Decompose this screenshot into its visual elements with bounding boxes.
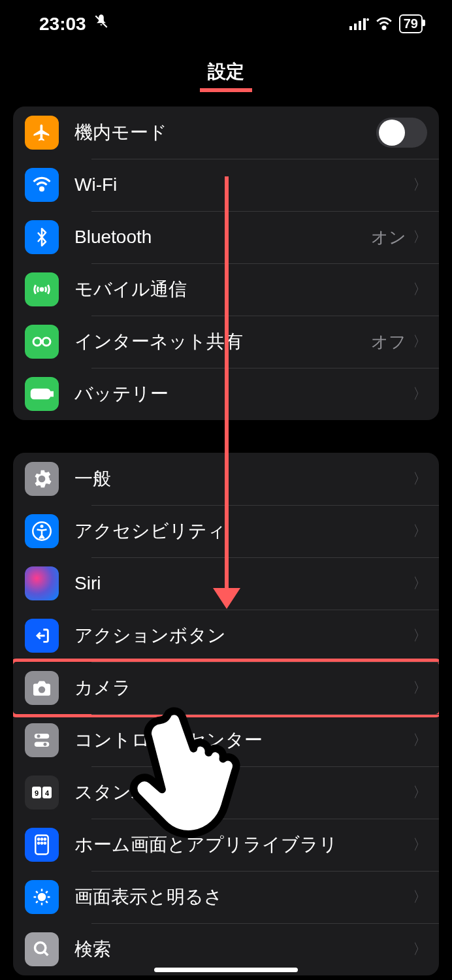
wifi-settings-icon bbox=[25, 168, 59, 202]
svg-point-25 bbox=[41, 838, 42, 840]
cellular-icon bbox=[349, 14, 369, 35]
svg-point-7 bbox=[40, 288, 43, 291]
chevron-icon: 〉 bbox=[413, 730, 427, 750]
chevron-icon: 〉 bbox=[413, 227, 427, 247]
search-icon bbox=[25, 932, 59, 966]
title-underline-annotation bbox=[200, 88, 252, 92]
svg-point-6 bbox=[40, 188, 44, 191]
chevron-icon: 〉 bbox=[413, 887, 427, 907]
row-action-button[interactable]: アクションボタン 〉 bbox=[13, 610, 439, 662]
svg-text:9: 9 bbox=[35, 789, 39, 797]
status-bar: 23:03 79 bbox=[0, 0, 452, 41]
chevron-icon: 〉 bbox=[413, 332, 427, 351]
svg-point-17 bbox=[37, 734, 40, 738]
bluetooth-icon bbox=[25, 220, 59, 254]
chevron-icon: 〉 bbox=[413, 783, 427, 802]
svg-rect-15 bbox=[35, 734, 50, 739]
chevron-icon: 〉 bbox=[413, 626, 427, 645]
row-label: 機内モード bbox=[74, 120, 376, 145]
svg-point-13 bbox=[40, 525, 44, 528]
row-value: オン bbox=[371, 226, 406, 249]
battery-settings-icon bbox=[25, 377, 59, 411]
row-display[interactable]: 画面表示と明るさ 〉 bbox=[13, 871, 439, 923]
svg-rect-0 bbox=[349, 26, 352, 30]
standby-icon: 94 bbox=[25, 776, 59, 809]
siri-icon bbox=[25, 566, 59, 600]
wifi-icon bbox=[376, 14, 393, 35]
svg-point-18 bbox=[44, 743, 47, 746]
chevron-icon: 〉 bbox=[413, 469, 427, 489]
airplane-icon bbox=[25, 116, 59, 150]
row-airplane[interactable]: 機内モード bbox=[13, 106, 439, 159]
battery-indicator: 79 bbox=[399, 14, 423, 33]
cellular-settings-icon bbox=[25, 272, 59, 306]
svg-text:4: 4 bbox=[45, 789, 50, 797]
svg-rect-11 bbox=[51, 392, 53, 396]
svg-rect-1 bbox=[354, 24, 357, 30]
row-label: アクセシビリティ bbox=[74, 519, 413, 544]
row-label: インターネット共有 bbox=[74, 329, 371, 354]
row-label: バッテリー bbox=[74, 382, 413, 406]
airplane-toggle[interactable] bbox=[376, 118, 427, 148]
hotspot-icon bbox=[25, 325, 59, 359]
control-center-icon bbox=[25, 723, 59, 757]
camera-icon bbox=[25, 671, 59, 705]
row-value: オフ bbox=[371, 331, 406, 353]
page-title: 設定 bbox=[208, 59, 244, 84]
chevron-icon: 〉 bbox=[413, 678, 427, 698]
mute-icon bbox=[93, 13, 110, 35]
home-screen-icon bbox=[25, 828, 59, 862]
svg-point-26 bbox=[44, 838, 46, 840]
chevron-icon: 〉 bbox=[413, 384, 427, 404]
svg-point-24 bbox=[38, 838, 39, 840]
svg-rect-16 bbox=[35, 742, 50, 747]
row-label: Bluetooth bbox=[74, 227, 371, 248]
row-label: 一般 bbox=[74, 466, 413, 491]
svg-point-28 bbox=[41, 842, 42, 843]
svg-point-27 bbox=[38, 842, 39, 843]
accessibility-icon bbox=[25, 514, 59, 548]
status-time: 23:03 bbox=[39, 14, 86, 35]
chevron-icon: 〉 bbox=[413, 175, 427, 195]
row-label: Wi-Fi bbox=[74, 174, 413, 195]
svg-rect-3 bbox=[363, 18, 366, 30]
gear-icon bbox=[25, 462, 59, 496]
chevron-icon: 〉 bbox=[413, 521, 427, 541]
row-label: アクションボタン bbox=[74, 623, 413, 648]
svg-point-4 bbox=[366, 18, 369, 21]
hand-cursor-annotation bbox=[115, 689, 270, 862]
row-label: Siri bbox=[74, 573, 413, 594]
row-label: モバイル通信 bbox=[74, 277, 413, 302]
svg-point-5 bbox=[383, 26, 385, 29]
chevron-icon: 〉 bbox=[413, 939, 427, 959]
svg-point-29 bbox=[44, 842, 46, 843]
annotation-arrow-head bbox=[213, 588, 240, 609]
chevron-icon: 〉 bbox=[413, 835, 427, 855]
svg-rect-2 bbox=[359, 21, 361, 30]
row-label: 画面表示と明るさ bbox=[74, 885, 413, 909]
svg-point-31 bbox=[35, 943, 46, 953]
svg-rect-10 bbox=[31, 389, 50, 399]
home-indicator[interactable] bbox=[154, 968, 298, 972]
annotation-arrow bbox=[225, 176, 229, 595]
nav-bar: 設定 bbox=[0, 41, 452, 100]
svg-point-14 bbox=[39, 686, 45, 693]
chevron-icon: 〉 bbox=[413, 574, 427, 593]
action-button-icon bbox=[25, 619, 59, 653]
svg-point-30 bbox=[38, 893, 46, 902]
brightness-icon bbox=[25, 880, 59, 914]
row-label: 検索 bbox=[74, 937, 413, 962]
chevron-icon: 〉 bbox=[413, 280, 427, 299]
